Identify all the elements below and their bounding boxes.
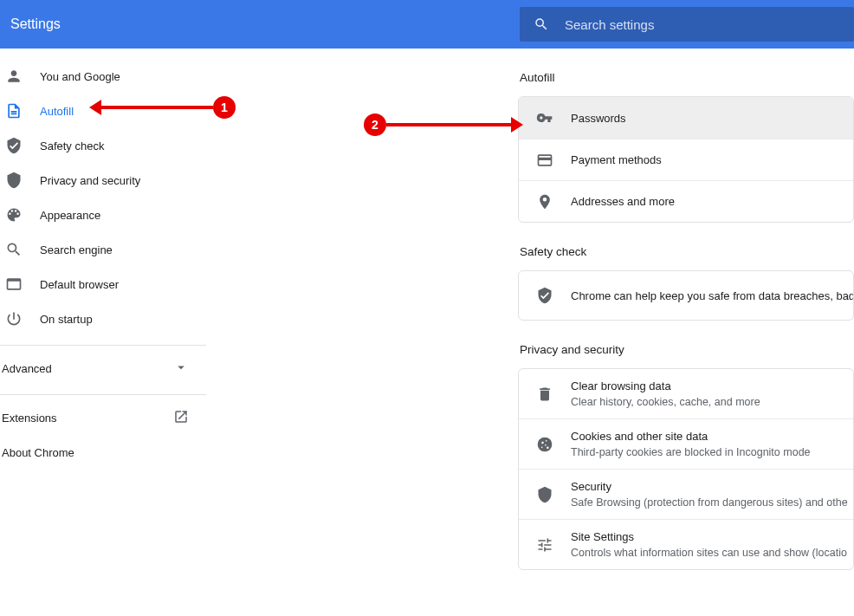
search-input[interactable] <box>565 17 840 32</box>
sidebar-item-privacy[interactable]: Privacy and security <box>0 163 206 198</box>
divider <box>0 345 206 346</box>
row-label: Security <box>571 480 848 493</box>
row-label: Addresses and more <box>571 195 675 208</box>
section-title-autofill: Autofill <box>518 71 854 84</box>
sidebar-about[interactable]: About Chrome <box>0 435 206 470</box>
sidebar-item-label: On startup <box>40 313 93 326</box>
row-addresses[interactable]: Addresses and more <box>519 180 853 222</box>
sidebar-item-safety-check[interactable]: Safety check <box>0 128 206 163</box>
sidebar-item-label: Appearance <box>40 209 100 222</box>
row-site-settings[interactable]: Site Settings Controls what information … <box>519 519 853 569</box>
shield-icon <box>5 172 23 189</box>
key-icon <box>536 109 553 126</box>
row-label: Payment methods <box>571 153 662 166</box>
sidebar-item-on-startup[interactable]: On startup <box>0 302 206 336</box>
location-icon <box>536 193 553 211</box>
row-safety-message[interactable]: Chrome can help keep you safe from data … <box>519 271 853 320</box>
about-label: About Chrome <box>2 446 74 459</box>
autofill-card: Passwords Payment methods Addresses and … <box>518 96 854 223</box>
sidebar-item-label: Privacy and security <box>40 174 140 187</box>
divider <box>0 394 206 395</box>
page-title: Settings <box>0 16 520 32</box>
sidebar-item-label: Search engine <box>40 243 113 256</box>
sidebar-item-label: Safety check <box>40 139 104 152</box>
sidebar-item-label: Autofill <box>40 105 74 118</box>
shield-check-icon <box>536 287 553 304</box>
main-content: Autofill Passwords Payment methods Addre… <box>206 49 854 616</box>
shield-check-icon <box>5 137 23 154</box>
autofill-icon <box>5 102 23 120</box>
row-label: Passwords <box>571 112 626 125</box>
sidebar-advanced[interactable]: Advanced <box>0 351 206 386</box>
browser-icon <box>5 276 23 293</box>
person-icon <box>5 68 23 85</box>
row-label: Clear browsing data <box>571 379 760 392</box>
tune-icon <box>536 536 553 554</box>
section-title-safety: Safety check <box>518 245 854 258</box>
row-cookies[interactable]: Cookies and other site data Third-party … <box>519 418 853 469</box>
credit-card-icon <box>536 152 553 169</box>
sidebar-item-default-browser[interactable]: Default browser <box>0 267 206 302</box>
row-clear-data[interactable]: Clear browsing data Clear history, cooki… <box>519 369 853 418</box>
sidebar-extensions[interactable]: Extensions <box>0 400 206 435</box>
app-header: Settings <box>0 0 854 49</box>
row-label: Chrome can help keep you safe from data … <box>571 289 854 302</box>
sidebar-item-label: You and Google <box>40 70 120 83</box>
row-passwords[interactable]: Passwords <box>519 97 853 139</box>
open-external-icon <box>173 409 189 427</box>
row-label: Cookies and other site data <box>571 430 811 443</box>
sidebar-item-label: Default browser <box>40 278 119 291</box>
row-sublabel: Safe Browsing (protection from dangerous… <box>571 496 848 509</box>
row-sublabel: Controls what information sites can use … <box>571 547 847 559</box>
sidebar-item-you-and-google[interactable]: You and Google <box>0 59 206 94</box>
extensions-label: Extensions <box>2 412 57 425</box>
privacy-card: Clear browsing data Clear history, cooki… <box>518 368 854 570</box>
sidebar-item-appearance[interactable]: Appearance <box>0 198 206 232</box>
row-sublabel: Third-party cookies are blocked in Incog… <box>571 446 811 458</box>
row-payment-methods[interactable]: Payment methods <box>519 139 853 180</box>
safety-card: Chrome can help keep you safe from data … <box>518 270 854 321</box>
trash-icon <box>536 386 553 403</box>
advanced-label: Advanced <box>2 362 52 375</box>
search-container[interactable] <box>520 7 854 42</box>
shield-icon <box>536 486 553 503</box>
cookie-icon <box>536 436 553 453</box>
chevron-down-icon <box>173 360 189 378</box>
search-icon <box>534 16 549 32</box>
sidebar-item-search-engine[interactable]: Search engine <box>0 232 206 267</box>
power-icon <box>5 310 23 327</box>
palette-icon <box>5 206 23 224</box>
row-sublabel: Clear history, cookies, cache, and more <box>571 396 760 408</box>
row-security[interactable]: Security Safe Browsing (protection from … <box>519 469 853 519</box>
row-label: Site Settings <box>571 530 847 543</box>
search-icon <box>5 241 23 258</box>
section-title-privacy: Privacy and security <box>518 343 854 356</box>
sidebar-item-autofill[interactable]: Autofill <box>0 94 206 128</box>
sidebar: You and Google Autofill Safety check Pri… <box>0 49 206 616</box>
